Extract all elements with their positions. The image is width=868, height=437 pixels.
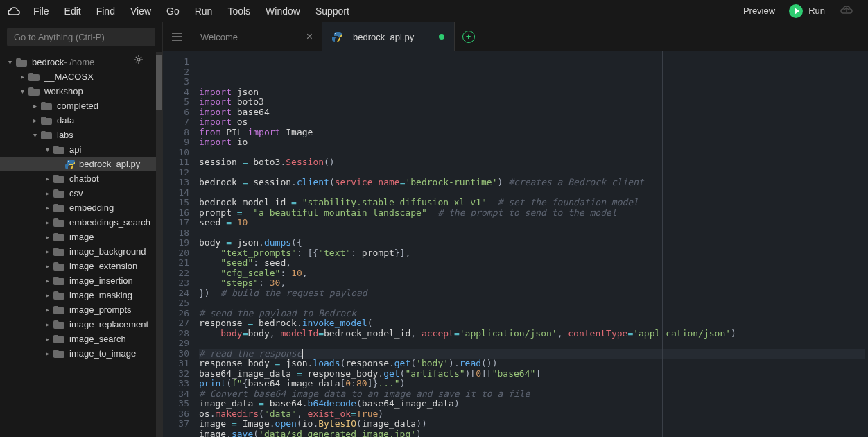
file-tree[interactable]: ▾bedrock - /home▸__MACOSX▾workshop▸compl…	[0, 52, 156, 437]
code-editor[interactable]: 1234567891011121314151617181920212223242…	[163, 51, 868, 437]
menu-support[interactable]: Support	[315, 6, 349, 17]
code-line[interactable]: body = json.dumps({	[199, 238, 865, 248]
tree-folder[interactable]: ▾api	[0, 142, 156, 157]
code-content[interactable]: import jsonimport boto3import base64impo…	[196, 51, 868, 437]
tree-folder[interactable]: ▾labs	[0, 128, 156, 142]
tree-folder[interactable]: ▸image_replacement	[0, 317, 156, 332]
dirty-indicator-icon	[439, 34, 444, 40]
tree-folder[interactable]: ▸completed	[0, 98, 156, 113]
play-icon	[789, 4, 803, 18]
folder-icon	[28, 87, 40, 96]
tree-item-label: image_replacement	[69, 319, 148, 329]
menubar-right: Preview Run	[743, 4, 854, 18]
tree-item-label: chatbot	[69, 173, 99, 184]
chevron-right-icon: ▸	[43, 291, 51, 299]
tree-folder[interactable]: ▸data	[0, 113, 156, 128]
code-line[interactable]: import os	[199, 117, 865, 128]
menu-view[interactable]: View	[130, 6, 151, 17]
code-line[interactable]: os.makedirs("data", exist_ok=True)	[199, 409, 865, 420]
close-icon[interactable]: ×	[306, 31, 313, 43]
code-line[interactable]: print(f"{base64_image_data[0:80]}...")	[199, 379, 865, 389]
code-line[interactable]: "text_prompts": [{"text": prompt}],	[199, 248, 865, 259]
sidebar: Go to Anything (Ctrl-P) ▾bedrock - /home…	[0, 22, 163, 437]
tab-bedrock_api-py[interactable]: bedrock_api.py	[322, 22, 454, 51]
code-line[interactable]: # read the response	[199, 349, 865, 359]
code-line[interactable]: "steps": 30,	[199, 278, 865, 289]
tree-folder[interactable]: ▸image_prompts	[0, 302, 156, 317]
go-to-anything-input[interactable]: Go to Anything (Ctrl-P)	[7, 28, 155, 46]
code-line[interactable]: response = bedrock.invoke_model(	[199, 318, 865, 329]
menu-run[interactable]: Run	[195, 6, 213, 17]
code-line[interactable]: import io	[199, 137, 865, 148]
code-line[interactable]: base64_image_data = response_body.get("a…	[199, 369, 865, 379]
tab-bar: Welcome×bedrock_api.py +	[163, 22, 868, 51]
gear-icon[interactable]	[134, 55, 144, 67]
code-line[interactable]	[199, 168, 865, 178]
menu-file[interactable]: File	[33, 6, 49, 17]
code-line[interactable]: seed = 10	[199, 218, 865, 228]
menu-go[interactable]: Go	[166, 6, 180, 17]
preview-button[interactable]: Preview	[743, 6, 775, 16]
code-line[interactable]	[199, 339, 865, 349]
menu-window[interactable]: Window	[266, 6, 300, 17]
tree-folder[interactable]: ▸__MACOSX	[0, 69, 156, 84]
tree-folder[interactable]: ▸image_background	[0, 244, 156, 259]
tree-folder[interactable]: ▸image_insertion	[0, 273, 156, 288]
tree-folder[interactable]: ▸image_search	[0, 332, 156, 346]
tree-item-label: embeddings_search	[69, 217, 150, 228]
code-line[interactable]: # send the payload to Bedrock	[199, 309, 865, 319]
run-button[interactable]: Run	[789, 4, 825, 18]
tree-folder[interactable]: ▾workshop	[0, 84, 156, 98]
menu-find[interactable]: Find	[96, 6, 115, 17]
tree-folder[interactable]: ▸chatbot	[0, 171, 156, 186]
code-line[interactable]: image = Image.open(io.BytesIO(image_data…	[199, 419, 865, 429]
hamburger-icon[interactable]	[163, 33, 191, 41]
code-line[interactable]: image.save('data/sd_generated_image.jpg'…	[199, 429, 865, 438]
cloud-sync-icon[interactable]	[839, 4, 854, 17]
code-line[interactable]: image_data = base64.b64decode(base64_ima…	[199, 399, 865, 409]
tree-folder[interactable]: ▸image_masking	[0, 288, 156, 302]
sidebar-scrollbar[interactable]	[156, 52, 162, 437]
code-line[interactable]: response_body = json.loads(response.get(…	[199, 359, 865, 369]
tree-item-label: data	[57, 115, 74, 126]
tree-root[interactable]: ▾bedrock - /home	[0, 55, 156, 69]
tab-label: Welcome	[200, 32, 300, 42]
tree-folder[interactable]: ▸csv	[0, 186, 156, 200]
tree-folder[interactable]: ▸image_extension	[0, 259, 156, 273]
code-line[interactable]: prompt = "a beautiful mountain landscape…	[199, 208, 865, 218]
tree-folder[interactable]: ▸embeddings_search	[0, 215, 156, 230]
new-tab-button[interactable]: +	[454, 22, 482, 51]
code-line[interactable]: bedrock_model_id = "stability.stable-dif…	[199, 198, 865, 208]
code-line[interactable]: import boto3	[199, 97, 865, 108]
code-line[interactable]: }) # build the request payload	[199, 289, 865, 299]
tree-folder[interactable]: ▸embedding	[0, 200, 156, 215]
code-line[interactable]: from PIL import Image	[199, 128, 865, 138]
code-line[interactable]	[199, 228, 865, 239]
code-line[interactable]: "cfg_scale": 10,	[199, 268, 865, 279]
chevron-down-icon: ▾	[31, 131, 39, 139]
tab-welcome[interactable]: Welcome×	[191, 22, 322, 51]
code-line[interactable]: body=body, modelId=bedrock_model_id, acc…	[199, 329, 865, 339]
cloud9-logo-icon	[6, 3, 22, 19]
menu-tools[interactable]: Tools	[227, 6, 250, 17]
code-line[interactable]: # Convert base64 image data to an image …	[199, 389, 865, 400]
menu-edit[interactable]: Edit	[64, 6, 81, 17]
sidebar-search: Go to Anything (Ctrl-P)	[0, 22, 162, 52]
folder-icon	[53, 174, 65, 184]
code-line[interactable]	[199, 298, 865, 309]
code-line[interactable]: session = boto3.Session()	[199, 157, 865, 168]
svg-point-1	[68, 160, 69, 162]
code-line[interactable]: import base64	[199, 108, 865, 118]
code-line[interactable]: "seed": seed,	[199, 258, 865, 268]
tree-folder[interactable]: ▸image	[0, 230, 156, 244]
python-icon	[332, 32, 342, 42]
tree-item-label: image_to_image	[69, 348, 136, 359]
code-line[interactable]: bedrock = session.client(service_name='b…	[199, 178, 865, 188]
code-line[interactable]: import json	[199, 87, 865, 98]
code-line[interactable]	[199, 148, 865, 158]
python-icon	[65, 160, 75, 169]
tree-folder[interactable]: ▸image_to_image	[0, 346, 156, 361]
tree-file[interactable]: bedrock_api.py	[0, 157, 156, 171]
code-line[interactable]	[199, 188, 865, 198]
tree-item-label: image_background	[69, 246, 146, 257]
